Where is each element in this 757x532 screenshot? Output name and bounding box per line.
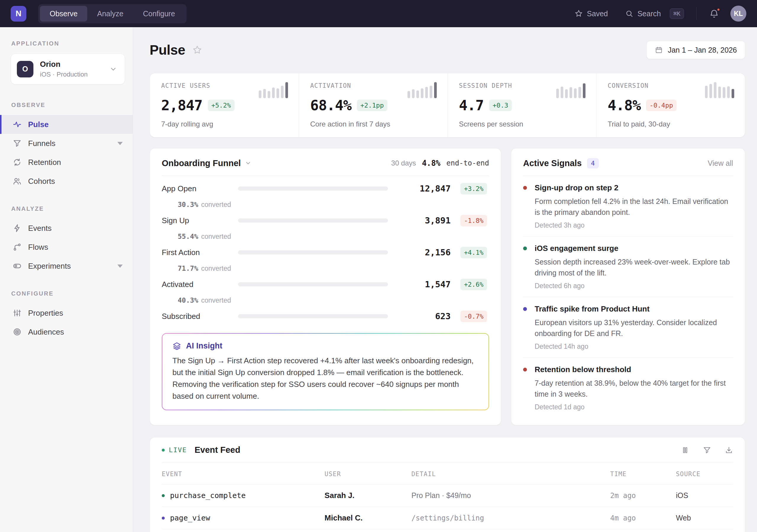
saved-button[interactable]: Saved — [575, 10, 608, 18]
user-avatar[interactable]: KL — [730, 6, 746, 21]
search-shortcut-kbd: ⌘K — [670, 8, 684, 19]
column-time: TIME — [610, 470, 676, 478]
column-detail: DETAIL — [411, 470, 610, 478]
top-navbar: N Observe Analyze Configure Saved Search… — [0, 0, 757, 27]
primary-tabs: Observe Analyze Configure — [38, 4, 187, 23]
sparkline-chart — [705, 82, 734, 98]
column-source: SOURCE — [676, 470, 733, 478]
sidebar: APPLICATION O Orion iOS · Production OBS… — [0, 27, 133, 532]
notifications-button[interactable] — [709, 9, 719, 18]
sidebar-item-events[interactable]: Events — [0, 219, 133, 238]
sidebar-item-properties[interactable]: Properties — [0, 304, 133, 322]
signal-title: iOS engagement surge — [535, 244, 733, 253]
signal-item-ios-surge[interactable]: iOS engagement surge Session depth incre… — [523, 236, 733, 297]
conversion-label: converted — [201, 265, 231, 273]
signal-item-retention-threshold[interactable]: Retention below threshold 7-day retentio… — [523, 357, 733, 418]
sidebar-item-funnels[interactable]: Funnels — [0, 134, 133, 153]
sidebar-item-label: Pulse — [28, 120, 48, 129]
funnel-step-label: First Action — [162, 248, 230, 257]
date-range-picker[interactable]: Jan 1 – Jan 28, 2026 — [647, 41, 745, 59]
sidebar-item-label: Properties — [28, 309, 63, 318]
users-icon — [13, 177, 21, 186]
pulse-icon — [13, 120, 21, 129]
app-avatar: O — [17, 61, 33, 77]
view-all-link[interactable]: View all — [708, 159, 733, 167]
funnel-step-label: Activated — [162, 280, 230, 289]
event-detail: Pro Plan · $49/mo — [411, 491, 610, 500]
event-row-user-signup[interactable]: user_signup Anonymous Google SSO 7m ago … — [162, 529, 733, 532]
sidebar-item-pulse[interactable]: Pulse — [0, 115, 133, 134]
kpi-delta-badge: +2.1pp — [357, 100, 387, 111]
date-range-label: Jan 1 – Jan 28, 2026 — [668, 46, 737, 54]
kpi-summary-row: ACTIVE USERS 2,847 +5.2% 7-day rolling a… — [150, 73, 745, 137]
funnel-step-label: App Open — [162, 184, 230, 193]
event-time: 4m ago — [610, 514, 676, 522]
sliders-icon — [13, 309, 21, 317]
tab-configure[interactable]: Configure — [133, 6, 185, 21]
funnel-conversion-row: 71.7% converted — [162, 260, 489, 276]
signal-body: Session depth increased 23% week-over-we… — [535, 256, 733, 279]
configure-nav: Properties Audiences — [0, 304, 133, 341]
sidebar-item-experiments[interactable]: Experiments — [0, 256, 133, 276]
signal-detected-time: Detected 6h ago — [535, 282, 733, 290]
signal-item-signup-drop[interactable]: Sign-up drop on step 2 Form completion f… — [523, 176, 733, 236]
signal-title: Sign-up drop on step 2 — [535, 183, 733, 192]
app-switcher[interactable]: O Orion iOS · Production — [11, 53, 125, 84]
signal-detected-time: Detected 14h ago — [535, 342, 733, 350]
sidebar-item-cohorts[interactable]: Cohorts — [0, 172, 133, 191]
signal-dot — [523, 186, 527, 190]
kpi-subtitle: Screens per session — [459, 120, 585, 128]
sidebar-item-retention[interactable]: Retention — [0, 153, 133, 172]
conversion-pct: 30.3% — [178, 201, 198, 208]
ai-insight-title: AI Insight — [186, 341, 222, 350]
event-source: iOS — [676, 491, 733, 500]
event-feed-header: LIVE Event Feed — [162, 445, 733, 463]
signal-content: Sign-up drop on step 2 Form completion f… — [535, 183, 733, 229]
onboarding-funnel-card: Onboarding Funnel 30 days 4.8% end-to-en… — [150, 148, 501, 425]
column-event: EVENT — [162, 470, 325, 478]
event-row-page-view[interactable]: page_view Michael C. /settings/billing 4… — [162, 507, 733, 529]
tab-observe[interactable]: Observe — [40, 6, 87, 21]
pause-icon[interactable] — [681, 446, 689, 454]
lightning-icon — [13, 224, 21, 233]
calendar-icon — [655, 46, 663, 54]
ai-insight-header: AI Insight — [172, 341, 478, 350]
favorite-star-icon[interactable] — [192, 45, 202, 55]
signal-body: European visitors up 31% yesterday. Cons… — [535, 317, 733, 339]
chevron-down-icon[interactable] — [245, 160, 251, 166]
signal-detected-time: Detected 3h ago — [535, 222, 733, 229]
search-icon — [625, 10, 633, 18]
event-feed-actions — [681, 446, 733, 454]
funnel-step-label: Sign Up — [162, 216, 230, 225]
live-dot — [162, 449, 165, 452]
signal-content: Retention below threshold 7-day retentio… — [535, 365, 733, 411]
funnel-step-value: 2,156 — [400, 248, 451, 257]
event-source: Web — [676, 514, 733, 522]
search-button[interactable]: Search ⌘K — [625, 8, 684, 19]
event-user: Michael C. — [325, 514, 411, 522]
signal-item-traffic-spike[interactable]: Traffic spike from Product Hunt European… — [523, 297, 733, 357]
event-feed-title: Event Feed — [195, 445, 240, 455]
funnel-step-value: 623 — [400, 311, 451, 321]
app-logo[interactable]: N — [11, 6, 26, 21]
main-content: Pulse Jan 1 – Jan 28, 2026 ACTIVE USERS … — [133, 27, 757, 532]
signal-detected-time: Detected 1d ago — [535, 403, 733, 411]
sidebar-item-flows[interactable]: Flows — [0, 238, 133, 256]
sidebar-item-label: Experiments — [28, 262, 71, 271]
tab-analyze[interactable]: Analyze — [87, 6, 133, 21]
kpi-value: 4.8% — [608, 97, 641, 113]
kpi-subtitle: 7-day rolling avg — [161, 120, 288, 128]
layers-icon — [172, 342, 181, 350]
kpi-value: 4.7 — [459, 97, 484, 113]
kpi-delta-badge: -0.4pp — [646, 100, 677, 111]
app-meta: Orion iOS · Production — [40, 60, 87, 78]
filter-icon[interactable] — [703, 446, 711, 454]
download-icon[interactable] — [725, 446, 733, 454]
observe-section-label: OBSERVE — [11, 102, 133, 108]
star-icon — [575, 10, 583, 18]
funnel-step-sign-up: Sign Up 3,891 -1.8% — [162, 213, 489, 228]
sidebar-item-audiences[interactable]: Audiences — [0, 322, 133, 341]
funnel-step-activated: Activated 1,547 +2.6% — [162, 276, 489, 292]
event-row-purchase-complete[interactable]: purchase_complete Sarah J. Pro Plan · $4… — [162, 485, 733, 507]
kpi-subtitle: Core action in first 7 days — [310, 120, 436, 128]
